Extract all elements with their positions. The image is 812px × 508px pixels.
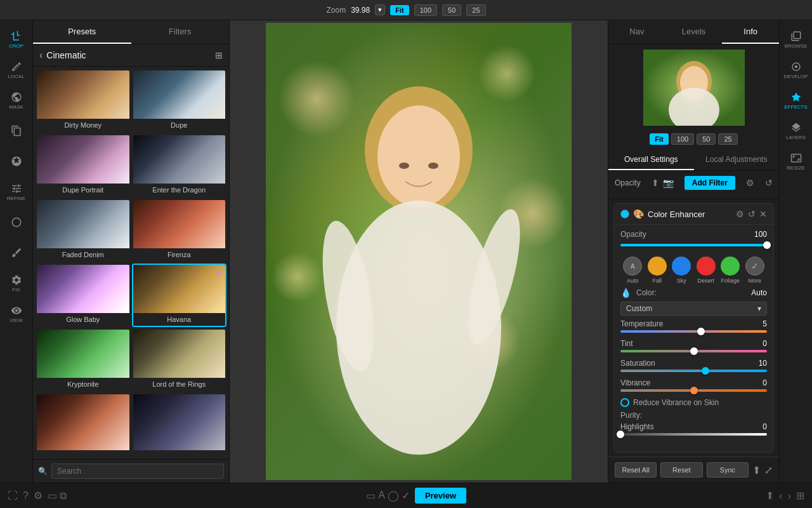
presets-category-title: Cinematic	[46, 50, 211, 60]
nav-25-btn[interactable]: 25	[718, 133, 737, 145]
fullscreen-icon[interactable]: ⛶	[8, 490, 18, 502]
add-filter-btn[interactable]: Add Filter	[684, 176, 735, 190]
preset-dupe[interactable]: Dupe	[132, 69, 227, 133]
tab-nav[interactable]: Nav	[608, 20, 665, 44]
share-icon[interactable]: ⬆	[752, 464, 761, 476]
sidebar-item-local[interactable]: LOCAL	[3, 56, 30, 84]
presets-panel: Presets Filters ‹ Cinematic ⊞ Dirty Mone…	[33, 20, 230, 483]
sidebar-item-effects[interactable]: EFFECTS	[782, 86, 810, 114]
preview-btn[interactable]: Preview	[415, 488, 466, 504]
tab-levels[interactable]: Levels	[665, 20, 723, 44]
color-mode-fall[interactable]: Fall	[648, 257, 667, 284]
crop-shape-icon[interactable]: ▭	[366, 490, 376, 502]
filter-camera-icon[interactable]: 📷	[663, 178, 674, 188]
presets-back-btn[interactable]: ‹	[39, 50, 43, 61]
sync-btn[interactable]: Sync	[707, 462, 749, 478]
eyedropper-icon[interactable]: 💧	[620, 288, 631, 298]
sidebar-item-resize[interactable]: RESIZE	[782, 147, 810, 175]
preset-extra2[interactable]	[132, 393, 227, 457]
preset-enter-the-dragon[interactable]: Enter the Dragon	[132, 134, 227, 197]
arrow-right-icon[interactable]: ›	[788, 490, 791, 502]
split-view-icon[interactable]: ⧉	[60, 490, 67, 502]
preset-extra1[interactable]	[36, 393, 131, 457]
sidebar-item-layers[interactable]: LAYERS	[782, 117, 810, 145]
preset-thumb-dupe	[133, 70, 226, 119]
opacity-slider-thumb[interactable]	[763, 241, 771, 249]
sidebar-item-refine[interactable]: REFINE	[3, 178, 30, 206]
ce-close-icon[interactable]: ✕	[759, 209, 767, 219]
export-icon[interactable]: ⬆	[766, 490, 774, 502]
single-view-icon[interactable]: ▭	[48, 490, 57, 502]
color-mode-more[interactable]: ✓ More	[745, 257, 764, 284]
color-mode-desert[interactable]: Desert	[697, 257, 716, 284]
bottom-left-icons: ⛶ ? ⚙ ▭ ⧉	[8, 490, 67, 502]
arrow-left-icon[interactable]: ‹	[779, 490, 782, 502]
preset-dirty-money[interactable]: Dirty Money	[36, 69, 131, 133]
circle-select-icon[interactable]: ◯	[388, 490, 399, 502]
tab-overall-settings[interactable]: Overall Settings	[608, 150, 694, 170]
sidebar-item-view[interactable]: VIEW	[3, 300, 30, 328]
preset-dupe-portrait[interactable]: Dupe Portrait	[36, 134, 131, 197]
preset-glow-baby[interactable]: Glow Baby	[36, 264, 131, 327]
sidebar-item-paint[interactable]	[3, 239, 30, 267]
search-input[interactable]	[51, 464, 224, 479]
tint-thumb[interactable]	[690, 347, 698, 355]
nav-100-btn[interactable]: 100	[671, 133, 694, 145]
tab-info[interactable]: Info	[722, 20, 779, 44]
preset-firenza[interactable]: Firenza	[132, 199, 227, 262]
presets-grid-btn[interactable]: ⊞	[215, 50, 223, 60]
tab-local-adjustments[interactable]: Local Adjustments	[694, 150, 780, 170]
zoom-25-btn[interactable]: 25	[466, 4, 485, 16]
preset-kryptonite[interactable]: Kryptonite	[36, 328, 131, 392]
highlights-thumb[interactable]	[617, 431, 624, 438]
settings-icon[interactable]: ⚙	[34, 490, 43, 502]
preset-faded-denim[interactable]: Faded Denim	[36, 199, 131, 262]
sidebar-item-browse[interactable]: BROWSE	[782, 25, 810, 53]
tab-presets[interactable]: Presets	[33, 20, 131, 44]
filter-share-icon[interactable]: ⬆	[652, 178, 659, 188]
ce-undo-icon[interactable]: ↺	[748, 209, 756, 219]
reset-buttons-row: Reset All Reset Sync ⬆ ⤢	[608, 457, 779, 483]
vibrance-thumb[interactable]	[690, 387, 698, 394]
ce-toggle[interactable]	[620, 210, 629, 218]
zoom-100-btn[interactable]: 100	[414, 4, 437, 16]
nav-50-btn[interactable]: 50	[697, 133, 716, 145]
filter-undo-icon[interactable]: ↺	[765, 178, 773, 188]
zoom-dropdown[interactable]: ▾	[375, 4, 385, 15]
zoom-50-btn[interactable]: 50	[442, 4, 461, 16]
preset-havana[interactable]: ♥ Havana	[132, 264, 227, 327]
custom-dropdown[interactable]: Custom ▾	[620, 302, 767, 316]
right-icon-sidebar: BROWSE DEVELOP EFFECTS LAYERS RESIZE	[779, 20, 812, 483]
reset-btn[interactable]: Reset	[660, 462, 702, 478]
grid-view-icon[interactable]: ⊞	[796, 490, 804, 502]
preset-lord-of-the-rings[interactable]: Lord of the Rings	[132, 328, 227, 392]
sidebar-item-crop[interactable]: CROP	[3, 25, 30, 53]
reduce-vibrance-row: Reduce Vibrance on Skin	[620, 398, 767, 407]
zoom-fit-btn[interactable]: Fit	[390, 5, 409, 15]
reduce-vibrance-checkbox[interactable]	[620, 398, 629, 407]
reset-all-btn[interactable]: Reset All	[615, 462, 657, 478]
sidebar-item-develop[interactable]: DEVELOP	[782, 56, 810, 84]
help-icon[interactable]: ?	[23, 490, 29, 502]
ce-gear-icon[interactable]: ⚙	[736, 209, 744, 219]
sidebar-item-clone[interactable]	[3, 117, 30, 145]
saturation-thumb[interactable]	[702, 367, 709, 375]
text-icon[interactable]: A	[378, 490, 385, 502]
nav-fit-btn[interactable]: Fit	[650, 133, 668, 145]
sidebar-item-retouch[interactable]	[3, 147, 30, 175]
presets-tabs: Presets Filters	[33, 20, 229, 44]
fall-label: Fall	[652, 277, 662, 284]
sidebar-item-fix[interactable]: FIX	[3, 269, 30, 297]
temperature-thumb[interactable]	[697, 328, 705, 335]
fix-label: FIX	[12, 287, 20, 293]
sidebar-item-mask[interactable]: MASK	[3, 86, 30, 114]
filter-gear-icon[interactable]: ⚙	[746, 178, 754, 188]
color-mode-foliage[interactable]: Foliage	[721, 257, 740, 284]
expand-icon[interactable]: ⤢	[764, 464, 773, 476]
color-mode-sky[interactable]: Sky	[672, 257, 691, 284]
tab-filters[interactable]: Filters	[131, 20, 230, 44]
check-icon[interactable]: ✓	[402, 490, 410, 502]
sidebar-item-lasso[interactable]	[3, 208, 30, 236]
color-mode-auto[interactable]: A Auto	[623, 257, 642, 284]
local-label: LOCAL	[8, 74, 24, 79]
